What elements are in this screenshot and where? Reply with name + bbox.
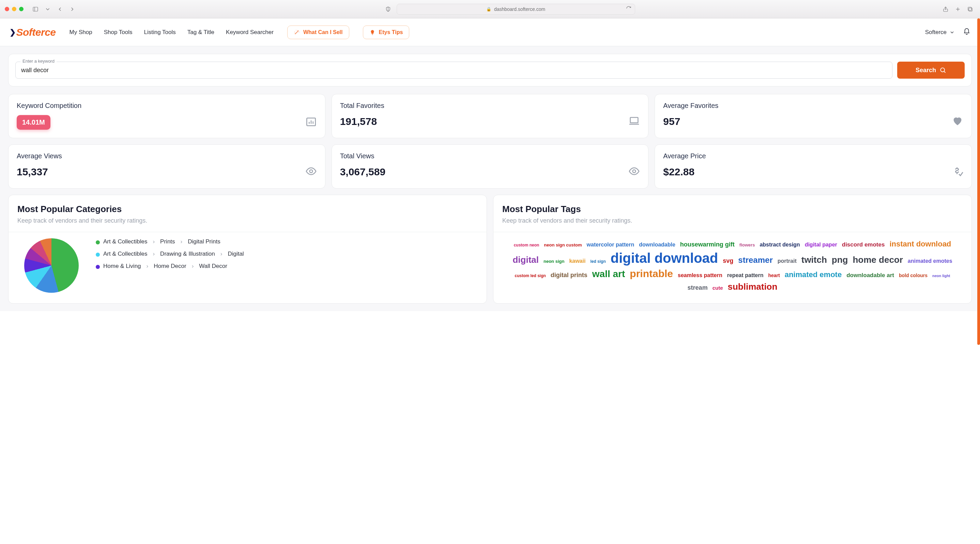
tag[interactable]: seamless pattern [678, 272, 722, 279]
nav-my-shop[interactable]: My Shop [70, 29, 92, 36]
close-window-icon[interactable] [5, 7, 9, 11]
scroll-indicator[interactable] [977, 18, 980, 345]
shield-icon[interactable] [383, 5, 393, 14]
keyword-field-wrap[interactable]: Enter a keyword [15, 62, 892, 79]
dollar-check-icon [952, 165, 963, 178]
sidebar-toggle-icon[interactable] [30, 5, 41, 14]
nav-keyword-searcher[interactable]: Keyword Searcher [226, 29, 274, 36]
tag[interactable]: custom led sign [514, 274, 546, 279]
refresh-icon[interactable] [626, 6, 632, 12]
legend-segment: Art & Collectibles [103, 251, 147, 257]
tag[interactable]: downloadable [639, 242, 675, 248]
tag[interactable]: digital [512, 255, 539, 265]
nav-listing-tools[interactable]: Listing Tools [144, 29, 175, 36]
search-button[interactable]: Search [897, 62, 965, 79]
chevron-down-icon [949, 30, 955, 35]
tag[interactable]: led sign [590, 259, 606, 264]
stat-keyword-competition: Keyword Competition 14.01M [8, 94, 325, 138]
tag[interactable]: animated emote [785, 270, 842, 279]
legend-segment: Prints [160, 238, 175, 245]
minimize-window-icon[interactable] [12, 7, 16, 11]
svg-line-9 [944, 71, 946, 73]
tag[interactable]: kawaii [569, 258, 585, 264]
tag[interactable]: neon light [932, 274, 950, 278]
keyword-field-label: Enter a keyword [21, 59, 57, 63]
legend-row[interactable]: Art & Collectibles›Prints›Digital Prints [96, 238, 478, 245]
tag[interactable]: twitch [802, 255, 827, 265]
forward-icon[interactable] [67, 5, 77, 14]
tabs-icon[interactable] [965, 5, 975, 14]
etys-tips-button[interactable]: Etys Tips [363, 25, 410, 39]
divider [8, 232, 487, 232]
tag[interactable]: repeat pattern [727, 272, 764, 279]
categories-panel: Most Popular Categories Keep track of ve… [8, 195, 487, 304]
legend-dot-icon [96, 252, 100, 257]
tag[interactable]: heart [768, 273, 780, 278]
legend-dot-icon [96, 265, 100, 269]
svg-point-17 [633, 170, 636, 173]
bell-icon [963, 28, 970, 35]
window-controls [5, 7, 24, 11]
url-text: dashboard.softerce.com [494, 6, 545, 12]
stat-average-views: Average Views 15,337 [8, 144, 325, 189]
legend-row[interactable]: Art & Collectibles›Drawing & Illustratio… [96, 251, 478, 257]
chevron-down-icon[interactable] [43, 5, 53, 14]
keyword-input[interactable] [21, 67, 887, 74]
back-icon[interactable] [55, 5, 65, 14]
divider [493, 232, 972, 232]
tag[interactable]: streamer [738, 255, 773, 265]
maximize-window-icon[interactable] [19, 7, 24, 11]
tag[interactable]: watercolor pattern [587, 242, 635, 248]
tag[interactable]: housewarming gift [680, 241, 735, 248]
tag[interactable]: printable [630, 268, 673, 280]
nav-shop-tools[interactable]: Shop Tools [104, 29, 132, 36]
lightbulb-icon [369, 29, 375, 35]
tag[interactable]: digital download [611, 250, 718, 266]
nav-tag-title[interactable]: Tag & Title [188, 29, 214, 36]
tag[interactable]: digital paper [805, 242, 837, 248]
svg-rect-6 [969, 8, 972, 11]
tag[interactable]: abstract design [759, 242, 800, 248]
tag[interactable]: instant download [889, 239, 951, 248]
stat-value: 191,578 [340, 116, 377, 127]
brand-logo[interactable]: ❯ Softerce [10, 27, 56, 38]
what-can-i-sell-button[interactable]: What Can I Sell [287, 25, 349, 39]
legend-row[interactable]: Home & Living›Home Decor›Wall Decor [96, 263, 478, 270]
what-can-i-sell-label: What Can I Sell [303, 29, 343, 35]
stat-value: $22.88 [663, 166, 694, 178]
tag[interactable]: neon sign [544, 259, 564, 264]
tag[interactable]: downloadable art [846, 272, 894, 279]
tag[interactable]: png [832, 255, 848, 265]
address-bar[interactable]: 🔒 dashboard.softerce.com [397, 4, 635, 15]
share-icon[interactable] [940, 5, 951, 14]
content: Enter a keyword Search Keyword Competiti… [0, 46, 980, 311]
laptop-icon [628, 115, 640, 128]
legend-segment: Wall Decor [199, 263, 227, 270]
notifications-button[interactable] [963, 28, 970, 37]
stat-value: 15,337 [17, 166, 48, 178]
stat-total-favorites: Total Favorites 191,578 [332, 94, 649, 138]
tag[interactable]: svg [723, 257, 733, 265]
stat-title: Keyword Competition [17, 102, 317, 109]
svg-rect-14 [630, 117, 638, 123]
tag[interactable]: animated emotes [908, 258, 952, 264]
new-tab-icon[interactable] [953, 5, 963, 14]
tag[interactable]: discord emotes [842, 241, 885, 248]
tag[interactable]: digital prints [550, 272, 587, 279]
search-button-label: Search [916, 67, 936, 74]
tag[interactable]: portrait [778, 258, 797, 264]
tag[interactable]: cute [713, 285, 723, 291]
tag[interactable]: neon sign custom [544, 243, 582, 248]
tag[interactable]: stream [687, 284, 708, 292]
categories-subtitle: Keep track of vendors and their security… [18, 217, 478, 224]
tag[interactable]: flowers [740, 243, 755, 248]
chevron-right-icon: › [221, 251, 223, 257]
tag[interactable]: sublimation [727, 282, 777, 292]
tag[interactable]: wall art [592, 269, 625, 279]
tag[interactable]: bold colours [899, 273, 928, 278]
lock-icon: 🔒 [486, 7, 492, 11]
tag[interactable]: custom neon [514, 243, 539, 248]
user-menu[interactable]: Softerce [925, 29, 955, 36]
stat-value: 3,067,589 [340, 166, 385, 178]
tag[interactable]: home decor [853, 255, 903, 265]
